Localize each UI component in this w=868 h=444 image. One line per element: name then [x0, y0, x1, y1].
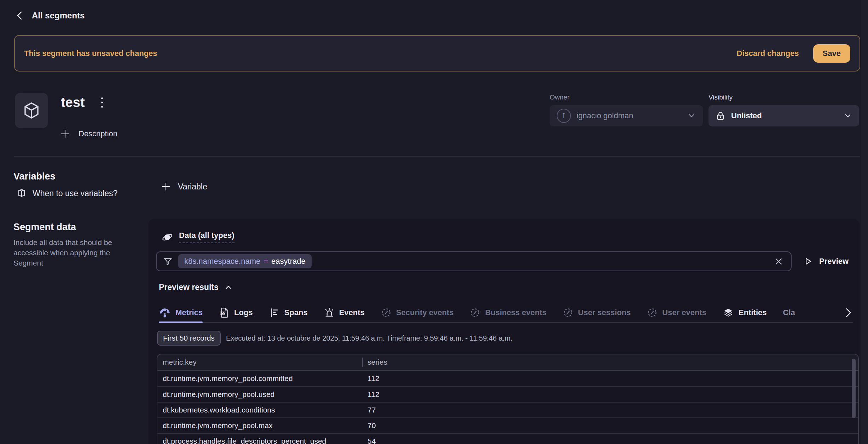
records-info-row: First 50 records Executed at: 13 de octu… [157, 331, 513, 346]
result-type-tabs: Metrics LOG Logs Spans Events [159, 303, 853, 323]
cell-series: 54 [362, 437, 858, 444]
banner-message: This segment has unsaved changes [24, 49, 157, 58]
result-tab[interactable]: Entities [723, 303, 766, 322]
add-variable-label: Variable [178, 182, 207, 192]
svg-text:LOG: LOG [220, 312, 225, 314]
clear-filter-icon[interactable] [773, 256, 785, 267]
table-scrollbar-thumb[interactable] [852, 359, 856, 418]
cell-metric-key: dt.runtime.jvm.memory_pool.committed [157, 374, 362, 383]
table-row: dt.runtime.jvm.memory_pool.committed 112 [157, 371, 858, 386]
owner-avatar: I [557, 109, 571, 123]
cell-series: 112 [362, 390, 858, 399]
dashed-circle-icon [647, 307, 658, 318]
segment-title-row: test [61, 95, 105, 110]
segment-data-description: Include all data that should be accessib… [13, 237, 123, 268]
cell-metric-key: dt.kubernetes.workload.conditions [157, 406, 362, 414]
tab-label: User sessions [578, 308, 631, 317]
filter-chip-operator: = [264, 257, 268, 266]
gauge-icon [159, 307, 171, 318]
discard-changes-button[interactable]: Discard changes [737, 49, 799, 58]
owner-field: Owner I ignacio goldman [550, 93, 703, 126]
back-to-all-segments[interactable]: All segments [16, 11, 85, 21]
filter-chip-key: k8s.namespace.name [184, 257, 260, 266]
data-scope-label: Data (all types) [179, 231, 235, 243]
tab-label: User events [662, 308, 706, 317]
dashed-circle-icon [381, 307, 392, 318]
cell-series: 77 [362, 406, 858, 414]
result-tab: User sessions [563, 303, 631, 322]
chevron-up-icon [225, 284, 232, 291]
filter-query-input[interactable]: k8s.namespace.name = easytrade [156, 251, 792, 271]
results-table: metric.key series dt.runtime.jvm.memory_… [157, 354, 859, 444]
tab-label: Entities [739, 308, 766, 317]
spans-icon [269, 307, 280, 318]
tab-label: Security events [396, 308, 454, 317]
kebab-menu-icon[interactable] [99, 95, 105, 110]
table-row: dt.kubernetes.workload.conditions 77 [157, 402, 858, 417]
chevron-left-icon [16, 11, 24, 21]
result-tab[interactable]: Metrics [159, 303, 203, 322]
filter-chip-value: easytrade [271, 257, 306, 266]
data-scope-selector[interactable]: Data (all types) [162, 231, 235, 243]
lock-icon [716, 111, 725, 121]
alarm-icon [324, 307, 335, 318]
result-tab: Security events [381, 303, 454, 322]
table-header: metric.key series [157, 354, 858, 371]
add-variable-button[interactable]: Variable [161, 182, 207, 192]
log-file-icon: LOG [219, 307, 230, 318]
dashed-circle-icon [470, 307, 480, 318]
tab-label: Metrics [175, 308, 203, 317]
planet-ring-icon [162, 232, 173, 243]
back-label: All segments [32, 11, 85, 21]
add-description-label: Description [79, 129, 117, 138]
owner-select[interactable]: I ignacio goldman [550, 105, 703, 126]
table-row: dt.process.handles.file_descriptors_perc… [157, 433, 858, 444]
page-scrollbar[interactable] [861, 0, 868, 444]
variables-heading: Variables [13, 171, 56, 182]
tab-label: Logs [234, 308, 253, 317]
result-tab: User events [647, 303, 706, 322]
chevron-down-icon [844, 112, 852, 120]
result-tab[interactable]: Spans [269, 303, 308, 322]
segment-data-heading: Segment data [13, 222, 76, 233]
layers-icon [723, 307, 734, 318]
preview-results-label: Preview results [159, 283, 219, 292]
executed-timestamp: Executed at: 13 de octubre de 2025, 11:5… [226, 334, 513, 342]
preview-button-label: Preview [819, 257, 849, 266]
chevron-down-icon [687, 112, 696, 120]
cell-series: 112 [362, 374, 858, 383]
owner-label: Owner [550, 93, 703, 101]
segment-editor-screen: All segments This segment has unsaved ch… [0, 0, 868, 444]
cell-metric-key: dt.runtime.jvm.memory_pool.used [157, 390, 362, 399]
variables-help-label: When to use variables? [33, 189, 117, 198]
dashed-circle-icon [563, 307, 573, 318]
unsaved-changes-banner: This segment has unsaved changes Discard… [14, 35, 860, 72]
visibility-select[interactable]: Unlisted [708, 105, 859, 126]
preview-results-toggle[interactable]: Preview results [159, 283, 232, 292]
records-count-badge: First 50 records [157, 331, 221, 346]
filter-chip[interactable]: k8s.namespace.name = easytrade [178, 254, 312, 268]
preview-button[interactable]: Preview [803, 254, 849, 269]
column-header-series: series [362, 358, 858, 366]
visibility-value: Unlisted [731, 111, 762, 120]
owner-value: ignacio goldman [577, 111, 633, 120]
add-description-button[interactable]: Description [60, 129, 117, 139]
table-row: dt.runtime.jvm.memory_pool.max 70 [157, 417, 858, 433]
open-book-icon [16, 188, 27, 199]
play-icon [803, 257, 812, 266]
plus-icon [161, 182, 171, 192]
funnel-icon [163, 257, 173, 266]
tabs-scroll-right-icon[interactable] [842, 307, 853, 318]
header-divider [14, 156, 860, 156]
tab-label: Business events [485, 308, 546, 317]
table-row: dt.runtime.jvm.memory_pool.used 112 [157, 386, 858, 402]
segment-title: test [61, 95, 85, 110]
result-tab[interactable]: Events [324, 303, 365, 322]
segment-icon-tile [15, 93, 48, 128]
result-tab: Business events [470, 303, 546, 322]
save-button[interactable]: Save [813, 44, 850, 63]
variables-help-link[interactable]: When to use variables? [16, 188, 117, 199]
tab-label: Spans [284, 308, 308, 317]
result-tab[interactable]: Cla [783, 303, 795, 322]
result-tab[interactable]: LOG Logs [219, 303, 253, 322]
